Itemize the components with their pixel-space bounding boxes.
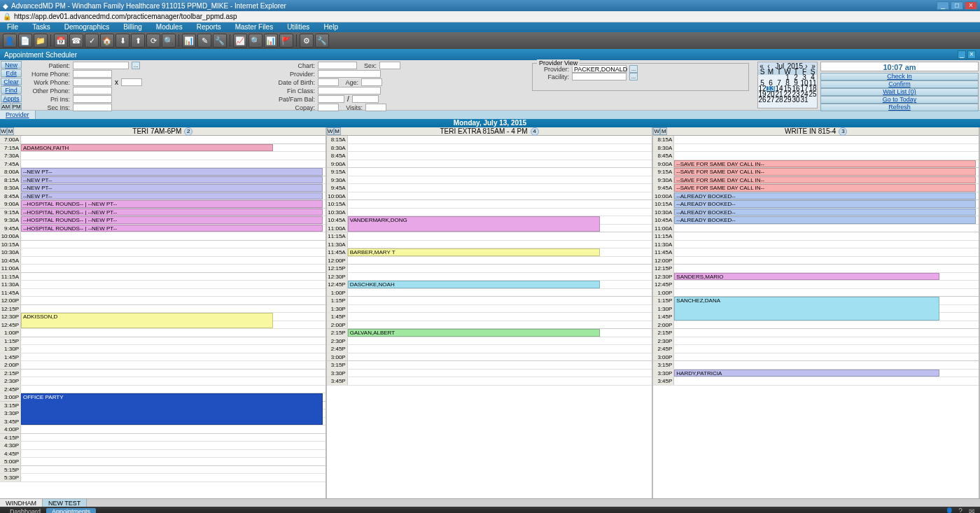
cal-day- [interactable] <box>808 97 817 103</box>
toolbar-phone-icon[interactable]: ☎ <box>69 34 83 48</box>
time-slot[interactable] <box>21 345 326 353</box>
confirm-button[interactable]: Confirm <box>820 80 979 88</box>
go-to-today-button[interactable]: Go to Today <box>820 96 979 104</box>
toolbar-patient-icon[interactable]: 👤 <box>3 34 17 48</box>
time-slot[interactable] <box>21 289 326 297</box>
time-slot[interactable] <box>21 136 326 143</box>
time-slot[interactable] <box>348 361 652 369</box>
appointment[interactable]: HARDY,PATRICIA <box>674 370 939 377</box>
patient-field[interactable] <box>73 62 129 69</box>
maximize-button[interactable]: □ <box>951 1 963 10</box>
column-body[interactable]: 8:15A8:30A8:45A9:00A9:15A9:30A9:45A10:00… <box>327 136 652 498</box>
cal-day-30[interactable]: 30 <box>792 97 800 103</box>
time-slot[interactable] <box>348 209 652 216</box>
time-slot[interactable] <box>21 353 326 361</box>
time-slot[interactable] <box>674 265 979 272</box>
toolbar-settings-icon[interactable]: ⚙ <box>300 34 314 48</box>
toolbar-search-icon[interactable]: 🔍 <box>162 34 176 48</box>
appointment[interactable]: GALVAN,ALBERT <box>348 329 600 337</box>
visits-field[interactable] <box>365 104 386 111</box>
cal-day-26[interactable]: 26 <box>758 97 766 103</box>
panel-close-icon[interactable]: × <box>967 50 976 59</box>
cal-day-28[interactable]: 28 <box>775 97 783 103</box>
toolbar-chart1-icon[interactable]: 📈 <box>233 34 247 48</box>
appointment[interactable]: --ALREADY BOOKED-- <box>674 216 976 224</box>
cal-day-29[interactable]: 29 <box>783 97 792 103</box>
pv-provider-field[interactable]: PACKER,DONALD <box>572 65 626 73</box>
toolbar-chart2-icon[interactable]: 🔍 <box>248 34 262 48</box>
time-slot[interactable] <box>21 160 326 168</box>
time-slot[interactable] <box>348 232 652 240</box>
time-slot[interactable] <box>21 273 326 281</box>
appointment[interactable]: --HOSPITAL ROUNDS-- | --NEW PT-- <box>21 216 323 224</box>
time-slot[interactable] <box>21 265 326 272</box>
panel-minimize-icon[interactable]: _ <box>958 50 966 59</box>
time-slot[interactable] <box>348 345 652 353</box>
time-slot[interactable] <box>21 370 326 377</box>
menu-master-files[interactable]: Master Files <box>228 22 280 32</box>
wait-list-0--button[interactable]: Wait List (0) <box>820 88 979 96</box>
time-slot[interactable] <box>21 297 326 304</box>
appointment[interactable]: ADAMSON,FAITH <box>21 144 273 152</box>
appointment[interactable]: --SAVE FOR SAME DAY CALL IN-- <box>674 176 976 184</box>
week-view-button[interactable]: W <box>327 127 334 135</box>
provider-tab[interactable]: Provider <box>0 111 36 119</box>
toolbar-upload-icon[interactable]: ⬆ <box>131 34 145 48</box>
appointment[interactable]: SANCHEZ,DANA <box>674 297 939 321</box>
clear-button[interactable]: Clear <box>1 78 22 85</box>
time-slot[interactable] <box>21 248 326 256</box>
home-phone-field[interactable] <box>73 70 112 78</box>
time-slot[interactable] <box>674 289 979 297</box>
time-slot[interactable] <box>348 305 652 313</box>
other-phone-field[interactable] <box>73 87 112 94</box>
appointment[interactable]: --ALREADY BOOKED-- <box>674 200 976 208</box>
toolbar-download-icon[interactable]: ⬇ <box>115 34 130 48</box>
appointment[interactable]: ADKISSON,D <box>21 313 273 328</box>
column-body[interactable]: 7:00A7:15A7:30A7:45A8:00A8:15A8:30A8:45A… <box>0 136 326 498</box>
status-user-icon[interactable]: 👤 <box>945 507 953 513</box>
time-slot[interactable] <box>348 265 652 272</box>
time-slot[interactable] <box>674 136 979 143</box>
time-slot[interactable] <box>348 377 652 385</box>
time-slot[interactable] <box>21 152 326 160</box>
time-slot[interactable] <box>21 474 326 482</box>
month-view-button[interactable]: M <box>660 127 667 135</box>
time-slot[interactable] <box>21 434 326 442</box>
time-slot[interactable] <box>348 192 652 200</box>
sex-field[interactable] <box>379 62 400 69</box>
week-view-button[interactable]: W <box>653 127 660 135</box>
time-slot[interactable] <box>21 305 326 313</box>
refresh-button[interactable]: Refresh <box>820 104 979 111</box>
time-slot[interactable] <box>674 345 979 353</box>
chart-field[interactable] <box>318 62 357 69</box>
appointment[interactable]: BARBER,MARY T <box>348 248 600 256</box>
pat-bal-field[interactable] <box>318 95 344 103</box>
minimize-button[interactable]: _ <box>937 1 949 10</box>
menu-file[interactable]: File <box>0 22 25 32</box>
appointment[interactable]: VANDERMARK,DONG <box>348 216 600 232</box>
appointment[interactable]: DASCHKE,NOAH <box>348 281 600 288</box>
time-slot[interactable] <box>674 361 979 369</box>
time-slot[interactable] <box>674 248 979 256</box>
toolbar-home-icon[interactable]: 🏠 <box>100 34 114 48</box>
time-slot[interactable] <box>674 321 979 329</box>
menu-utilities[interactable]: Utilities <box>280 22 316 32</box>
age-field[interactable] <box>361 78 382 86</box>
appointment[interactable]: --ALREADY BOOKED-- <box>674 192 976 200</box>
cal-day-27[interactable]: 27 <box>766 97 775 103</box>
provider-field[interactable] <box>318 70 381 78</box>
time-slot[interactable] <box>348 321 652 329</box>
toolbar-refresh-icon[interactable]: ⟳ <box>146 34 160 48</box>
appointment[interactable]: OFFICE PARTY <box>21 393 323 425</box>
time-slot[interactable] <box>674 144 979 152</box>
status-mail-icon[interactable]: ✉ <box>967 507 976 513</box>
toolbar-wrench-icon[interactable]: 🔧 <box>315 34 329 48</box>
toolbar-new-icon[interactable]: 📄 <box>18 34 32 48</box>
time-slot[interactable] <box>348 144 652 152</box>
toolbar-report-icon[interactable]: 📊 <box>182 34 196 48</box>
time-slot[interactable] <box>674 257 979 265</box>
time-slot[interactable] <box>348 337 652 345</box>
appointment[interactable]: --HOSPITAL ROUNDS-- | --NEW PT-- <box>21 209 323 216</box>
appointment[interactable]: --ALREADY BOOKED-- <box>674 209 976 216</box>
patient-lookup-button[interactable]: ... <box>132 62 140 69</box>
